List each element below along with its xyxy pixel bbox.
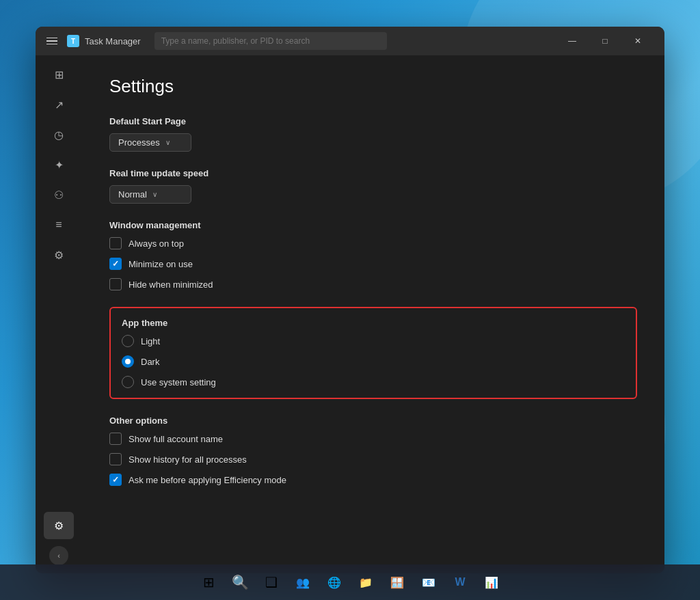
taskbar-explorer-button[interactable]: 📁 (352, 569, 379, 596)
show-account-name-checkbox[interactable] (109, 433, 122, 445)
app-icon: T (67, 35, 79, 47)
checkbox-hide-when-minimized[interactable]: Hide when minimized (109, 278, 637, 290)
dropdown-arrow-icon: ∨ (165, 139, 170, 146)
sidebar-item-startup[interactable]: ✦ (44, 151, 74, 178)
light-label: Light (141, 336, 160, 346)
main-layout: ⊞ ↗ ◷ ✦ ⚇ ≡ ⚙ ⚙ ‹ Settings Default Start… (36, 55, 664, 573)
update-speed-label: Real time update speed (109, 168, 637, 178)
radio-system[interactable]: Use system setting (122, 376, 625, 388)
radio-dark[interactable]: Dark (122, 355, 625, 368)
sidebar-item-processes[interactable]: ⊞ (44, 61, 74, 88)
checkbox-show-history[interactable]: Show history for all processes (109, 453, 637, 465)
default-start-page-label: Default Start Page (109, 116, 637, 126)
maximize-button[interactable]: □ (589, 31, 621, 51)
sidebar-collapse-button[interactable]: ‹ (49, 546, 68, 565)
efficiency-mode-label: Ask me before applying Efficiency mode (129, 475, 286, 485)
system-radio[interactable] (122, 376, 134, 388)
sidebar-item-users[interactable]: ⚇ (44, 181, 74, 208)
minimize-on-use-checkbox[interactable] (109, 258, 122, 270)
show-history-label: Show history for all processes (129, 454, 247, 465)
minimize-button[interactable]: — (556, 31, 588, 51)
settings-content: Settings Default Start Page Processes ∨ … (82, 55, 664, 573)
taskbar-store-button[interactable]: 🪟 (383, 569, 411, 596)
taskbar-edge-button[interactable]: 🌐 (321, 569, 348, 596)
search-box[interactable] (154, 32, 387, 50)
hide-when-minimized-label: Hide when minimized (129, 279, 213, 290)
sidebar-item-settings[interactable]: ⚙ (44, 512, 74, 539)
radio-light[interactable]: Light (122, 335, 625, 347)
update-speed-dropdown[interactable]: Normal ∨ (109, 185, 191, 204)
always-on-top-label: Always on top (129, 238, 184, 249)
window-management-label: Window management (109, 220, 637, 230)
default-start-page-dropdown[interactable]: Processes ∨ (109, 133, 191, 152)
section-update-speed: Real time update speed Normal ∨ (109, 168, 637, 204)
taskbar-taskview-button[interactable]: ❑ (258, 569, 285, 596)
hamburger-menu-icon[interactable] (46, 34, 60, 48)
sidebar-item-services[interactable]: ⚙ (44, 241, 74, 269)
taskbar-search-button[interactable]: 🔍 (226, 569, 254, 596)
taskbar-taskmanager-button[interactable]: 📊 (478, 569, 505, 596)
dropdown-value: Processes (118, 137, 160, 148)
window-title: Task Manager (85, 36, 141, 46)
taskbar-start-button[interactable]: ⊞ (195, 569, 222, 596)
always-on-top-checkbox[interactable] (109, 237, 122, 249)
dark-radio[interactable] (122, 355, 134, 368)
checkbox-show-account-name[interactable]: Show full account name (109, 433, 637, 445)
sidebar: ⊞ ↗ ◷ ✦ ⚇ ≡ ⚙ ⚙ ‹ (36, 55, 82, 573)
show-account-name-label: Show full account name (129, 434, 223, 444)
section-app-theme: App theme Light Dark Use system setting (109, 307, 637, 399)
light-radio[interactable] (122, 335, 134, 347)
taskbar-outlook-button[interactable]: 📧 (415, 569, 442, 596)
hide-when-minimized-checkbox[interactable] (109, 278, 122, 290)
checkbox-always-on-top[interactable]: Always on top (109, 237, 637, 249)
taskbar: ⊞ 🔍 ❑ 👥 🌐 📁 🪟 📧 W 📊 (0, 564, 700, 600)
update-speed-arrow-icon: ∨ (152, 191, 157, 198)
close-button[interactable]: ✕ (622, 31, 654, 51)
sidebar-item-history[interactable]: ◷ (44, 121, 74, 148)
checkbox-efficiency-mode[interactable]: Ask me before applying Efficiency mode (109, 474, 637, 486)
checkbox-minimize-on-use[interactable]: Minimize on use (109, 258, 637, 270)
page-title: Settings (109, 76, 637, 97)
taskbar-word-button[interactable]: W (446, 569, 474, 596)
app-theme-label: App theme (122, 318, 625, 328)
other-options-label: Other options (109, 415, 637, 426)
taskbar-chat-button[interactable]: 👥 (289, 569, 317, 596)
efficiency-mode-checkbox[interactable] (109, 474, 122, 486)
window-controls: — □ ✕ (556, 31, 654, 51)
task-manager-window: T Task Manager — □ ✕ ⊞ ↗ ◷ ✦ ⚇ ≡ ⚙ ⚙ ‹ (36, 27, 664, 573)
system-label: Use system setting (141, 377, 216, 387)
show-history-checkbox[interactable] (109, 453, 122, 465)
dark-label: Dark (141, 357, 159, 367)
sidebar-item-details[interactable]: ≡ (44, 211, 74, 238)
minimize-on-use-label: Minimize on use (129, 259, 193, 269)
section-window-management: Window management Always on top Minimize… (109, 220, 637, 290)
section-other-options: Other options Show full account name Sho… (109, 415, 637, 486)
search-input[interactable] (161, 36, 380, 46)
sidebar-item-performance[interactable]: ↗ (44, 91, 74, 118)
title-bar: T Task Manager — □ ✕ (36, 27, 664, 55)
update-speed-value: Normal (118, 189, 147, 200)
section-default-start-page: Default Start Page Processes ∨ (109, 116, 637, 152)
